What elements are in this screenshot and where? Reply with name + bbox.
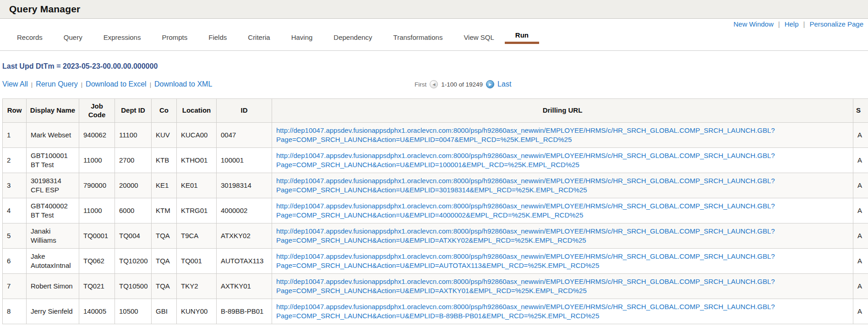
dept-id-cell: 20000 (115, 173, 152, 198)
co-cell: GBI (152, 299, 177, 324)
display-name-cell: GBT100001 BT Test (27, 148, 79, 173)
results-grid-container: Row Display Name Job Code Dept ID Co Loc… (2, 98, 868, 324)
drilling-url-link[interactable]: http://dep10047.appsdev.fusionappsdphx1.… (276, 201, 849, 220)
pagination-first-label: First (415, 81, 426, 88)
drilling-url-link[interactable]: http://dep10047.appsdev.fusionappsdphx1.… (276, 151, 849, 170)
drilling-url-link[interactable]: http://dep10047.appsdev.fusionappsdphx1.… (276, 176, 849, 195)
drilling-url-line1: http://dep10047.appsdev.fusionappsdphx1.… (276, 302, 849, 311)
co-cell: TQA (152, 274, 177, 299)
location-cell: T9CA (177, 223, 217, 249)
dept-id-cell: 2700 (115, 148, 152, 173)
col-header-location: Location (177, 99, 217, 123)
col-header-drilling-url: Drilling URL (272, 99, 853, 123)
help-link[interactable]: Help (785, 20, 799, 28)
previous-page-button (430, 80, 438, 88)
location-cell: KUNY00 (177, 299, 217, 324)
drilling-url-link[interactable]: http://dep10047.appsdev.fusionappsdphx1.… (276, 277, 849, 296)
truncated-cell: A (853, 173, 868, 198)
drilling-url-cell: http://dep10047.appsdev.fusionappsdphx1.… (272, 148, 853, 173)
tab-prompts[interactable]: Prompts (151, 33, 198, 44)
dept-id-cell: TQ10200 (115, 249, 152, 274)
location-cell: KTHO01 (177, 148, 217, 173)
toolbar-separator: | (31, 81, 33, 88)
table-row: 6 Jake AutotaxIntnal TQ062 TQ10200 TQA T… (3, 249, 868, 274)
drilling-url-link[interactable]: http://dep10047.appsdev.fusionappsdphx1.… (276, 302, 849, 321)
download-to-excel-link[interactable]: Download to Excel (86, 80, 147, 88)
truncated-cell: A (853, 198, 868, 223)
row-number-cell: 8 (3, 299, 27, 324)
tab-expressions[interactable]: Expressions (93, 33, 152, 44)
location-cell: KE01 (177, 173, 217, 198)
results-toolbar: View All | Rerun Query | Download to Exc… (2, 80, 868, 91)
drilling-url-line2: Page=COMP_SRCH_LAUNCH&Action=U&EMPLID=B-… (276, 311, 849, 321)
drilling-url-line1: http://dep10047.appsdev.fusionappsdphx1.… (276, 252, 849, 261)
tab-records[interactable]: Records (6, 33, 53, 44)
col-header-row: Row (3, 99, 27, 123)
row-number-cell: 5 (3, 223, 27, 249)
view-all-link[interactable]: View All (2, 80, 28, 88)
table-row: 1 Mark Webset 940062 11100 KUV KUCA00 00… (3, 123, 868, 148)
tab-run[interactable]: Run (505, 31, 539, 44)
tab-criteria[interactable]: Criteria (237, 33, 280, 44)
drilling-url-line1: http://dep10047.appsdev.fusionappsdphx1.… (276, 227, 849, 236)
drilling-url-cell: http://dep10047.appsdev.fusionappsdphx1.… (272, 173, 853, 198)
drilling-url-line1: http://dep10047.appsdev.fusionappsdphx1.… (276, 176, 849, 185)
drilling-url-line2: Page=COMP_SRCH_LAUNCH&Action=U&EMPLID=AT… (276, 236, 849, 245)
drilling-url-line2: Page=COMP_SRCH_LAUNCH&Action=U&EMPLID=30… (276, 185, 849, 195)
pagination-last-link[interactable]: Last (497, 80, 511, 88)
row-number-cell: 1 (3, 123, 27, 148)
tab-dependency[interactable]: Dependency (323, 33, 382, 44)
pagination-range: 1-100 of 19249 (441, 81, 483, 88)
utility-separator: | (803, 20, 805, 28)
tab-transformations[interactable]: Transformations (383, 33, 453, 44)
display-name-cell: Janaki Williams (27, 223, 79, 249)
drilling-url-link[interactable]: http://dep10047.appsdev.fusionappsdphx1.… (276, 126, 849, 145)
tab-view-sql[interactable]: View SQL (453, 33, 504, 44)
job-code-cell: 790000 (79, 173, 115, 198)
toolbar-separator: | (81, 81, 82, 88)
job-code-cell: TQ021 (79, 274, 115, 299)
rerun-query-link[interactable]: Rerun Query (36, 80, 78, 88)
drilling-url-line2: Page=COMP_SRCH_LAUNCH&Action=U&EMPLID=00… (276, 135, 849, 144)
table-row: 5 Janaki Williams TQ0001 TQ004 TQA T9CA … (3, 223, 868, 249)
row-number-cell: 7 (3, 274, 27, 299)
id-cell: ATXKY02 (217, 223, 272, 249)
co-cell: KTM (152, 198, 177, 223)
location-cell: TKY2 (177, 274, 217, 299)
dept-id-cell: 6000 (115, 198, 152, 223)
drilling-url-link[interactable]: http://dep10047.appsdev.fusionappsdphx1.… (276, 227, 849, 245)
co-cell: TQA (152, 249, 177, 274)
toolbar-separator: | (150, 81, 151, 88)
drilling-url-cell: http://dep10047.appsdev.fusionappsdphx1.… (272, 123, 853, 148)
drilling-url-cell: http://dep10047.appsdev.fusionappsdphx1.… (272, 299, 853, 324)
tab-fields[interactable]: Fields (198, 33, 237, 44)
id-cell: 30198314 (217, 173, 272, 198)
display-name-cell: Mark Webset (27, 123, 79, 148)
display-name-cell: Robert Simon (27, 274, 79, 299)
job-code-cell: 140005 (79, 299, 115, 324)
page-banner: Query Manager (0, 0, 868, 19)
co-cell: KE1 (152, 173, 177, 198)
col-header-job-code: Job Code (79, 99, 115, 123)
col-header-id: ID (217, 99, 272, 123)
truncated-cell: A (853, 123, 868, 148)
new-window-link[interactable]: New Window (733, 20, 774, 28)
download-to-xml-link[interactable]: Download to XML (154, 80, 212, 88)
row-number-cell: 4 (3, 198, 27, 223)
id-cell: 0047 (217, 123, 272, 148)
personalize-page-link[interactable]: Personalize Page (809, 20, 863, 28)
left-arrow-icon (432, 82, 435, 87)
drilling-url-line1: http://dep10047.appsdev.fusionappsdphx1.… (276, 126, 849, 135)
row-number-cell: 2 (3, 148, 27, 173)
drilling-url-link[interactable]: http://dep10047.appsdev.fusionappsdphx1.… (276, 252, 849, 271)
row-number-cell: 3 (3, 173, 27, 198)
dept-id-cell: TQ10500 (115, 274, 152, 299)
id-cell: AXTKY01 (217, 274, 272, 299)
tab-having[interactable]: Having (281, 33, 323, 44)
next-page-button[interactable] (486, 80, 494, 88)
dept-id-cell: 10500 (115, 299, 152, 324)
table-row: 7 Robert Simon TQ021 TQ10500 TQA TKY2 AX… (3, 274, 868, 299)
col-header-truncated: S (853, 99, 868, 123)
tab-query[interactable]: Query (53, 33, 93, 44)
right-arrow-icon (489, 82, 491, 87)
